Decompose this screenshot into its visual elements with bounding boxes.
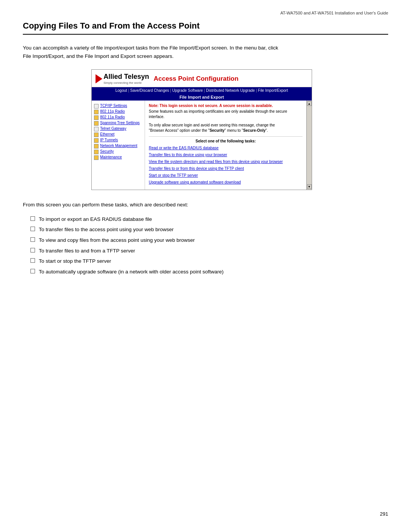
sc-body: TCP/IP Settings 802.11g Radio 802.11a Ra… bbox=[92, 101, 312, 190]
bullet-text-2: To transfer files to the access point us… bbox=[39, 225, 174, 234]
page-number: 291 bbox=[380, 511, 388, 517]
sidebar-item-iptunnels[interactable]: IP Tunnels bbox=[94, 138, 142, 143]
nav-upgrade-software[interactable]: Upgrade Software bbox=[172, 88, 203, 93]
sidebar-item-ethernet[interactable]: Ethernet bbox=[94, 132, 142, 137]
task-eas-radius[interactable]: Read or write the EAS RADIUS database bbox=[149, 145, 303, 150]
sidebar-item-spanning[interactable]: Spanning Tree Settings bbox=[94, 121, 142, 126]
list-item: To start or stop the TFTP server bbox=[30, 257, 388, 265]
sc-note: Note: This login session is not secure. … bbox=[149, 104, 303, 108]
scroll-down-btn[interactable]: ▼ bbox=[307, 184, 312, 189]
folder-icon bbox=[94, 150, 99, 154]
sidebar-link-maintenance[interactable]: Maintenance bbox=[100, 155, 122, 159]
bullet-text-6: To automatically upgrade software (in a … bbox=[39, 268, 223, 276]
bullet-icon bbox=[30, 227, 35, 231]
sidebar-link-ethernet[interactable]: Ethernet bbox=[100, 132, 115, 136]
doc-icon bbox=[94, 104, 99, 109]
screenshot-box: Allied Telesyn Simply connecting the wor… bbox=[91, 69, 312, 190]
list-item: To automatically upgrade software (in a … bbox=[30, 268, 388, 276]
body-text: From this screen you can perform these t… bbox=[23, 201, 388, 209]
screenshot-inner: Allied Telesyn Simply connecting the wor… bbox=[92, 70, 312, 190]
note-link[interactable]: A secure session is available. bbox=[219, 104, 273, 108]
bullet-text-5: To start or stop the TFTP server bbox=[39, 257, 111, 265]
task-upgrade-software[interactable]: Upgrade software using automated softwar… bbox=[149, 180, 303, 185]
header-text: AT-WA7500 and AT-WA7501 Installation and… bbox=[280, 11, 388, 15]
logo-tagline: Simply connecting the world bbox=[104, 81, 149, 85]
sc-scrollbar[interactable]: ▲ ▼ bbox=[306, 101, 312, 190]
bullet-icon bbox=[30, 216, 35, 221]
sidebar-item-tcpip[interactable]: TCP/IP Settings bbox=[94, 104, 142, 109]
sidebar-item-maintenance[interactable]: Maintenance bbox=[94, 155, 142, 160]
bullet-icon bbox=[30, 269, 35, 273]
sc-browser-note: To only allow secure login and avoid eve… bbox=[149, 123, 303, 133]
task-view-filesystem[interactable]: View the file system directory and read … bbox=[149, 159, 303, 164]
bullet-list: To import or export an EAS RADIUS databa… bbox=[23, 215, 388, 276]
task-transfer-tftp[interactable]: Transfer files to or from this device us… bbox=[149, 166, 303, 171]
sidebar-link-spanning[interactable]: Spanning Tree Settings bbox=[100, 121, 140, 125]
sc-task-header: Select one of the following tasks: bbox=[149, 139, 303, 143]
folder-icon bbox=[94, 144, 99, 149]
scroll-up-btn[interactable]: ▲ bbox=[307, 101, 312, 106]
list-item: To view and copy files from the access p… bbox=[30, 236, 388, 244]
nav-logout[interactable]: Logout bbox=[115, 88, 127, 93]
task-start-stop-tftp[interactable]: Start or stop the TFTP server bbox=[149, 173, 303, 178]
list-item: To import or export an EAS RADIUS databa… bbox=[30, 215, 388, 224]
logo-brand: Allied Telesyn Simply connecting the wor… bbox=[104, 73, 149, 85]
bullet-icon bbox=[30, 237, 35, 242]
bullet-text-4: To transfer files to and from a TFTP ser… bbox=[39, 247, 135, 255]
doc-icon bbox=[94, 127, 99, 131]
sidebar-item-security[interactable]: Security bbox=[94, 149, 142, 154]
sidebar-item-netmgmt[interactable]: Network Management bbox=[94, 144, 142, 149]
note-text: Note: This login session is not secure. bbox=[149, 104, 218, 108]
bullet-icon bbox=[30, 248, 35, 252]
folder-icon bbox=[94, 110, 99, 114]
folder-icon bbox=[94, 133, 99, 137]
sidebar-item-80211g[interactable]: 802.11g Radio bbox=[94, 109, 142, 114]
sidebar-item-telnet[interactable]: Telnet Gateway bbox=[94, 126, 142, 131]
page-title: Copying Files To and From the Access Poi… bbox=[23, 21, 388, 35]
list-item: To transfer files to the access point us… bbox=[30, 225, 388, 234]
sc-sidebar: TCP/IP Settings 802.11g Radio 802.11a Ra… bbox=[92, 101, 145, 190]
logo-brand-text: Allied Telesyn bbox=[104, 73, 149, 80]
folder-icon bbox=[94, 138, 99, 143]
at-header: Allied Telesyn Simply connecting the wor… bbox=[92, 70, 312, 87]
sc-main: Note: This login session is not secure. … bbox=[145, 101, 306, 190]
sc-note-body: Some features such as importing certific… bbox=[149, 109, 303, 120]
main-content: Copying Files To and From the Access Poi… bbox=[0, 0, 411, 305]
screenshot-title: Access Point Configuration bbox=[154, 75, 239, 83]
intro-text: You can accomplish a variety of file imp… bbox=[23, 44, 282, 60]
sc-divider bbox=[149, 136, 303, 137]
sidebar-item-80211a[interactable]: 802.11a Radio bbox=[94, 115, 142, 120]
sidebar-link-80211a[interactable]: 802.11a Radio bbox=[100, 115, 125, 119]
folder-icon bbox=[94, 115, 99, 120]
at-logo: Allied Telesyn Simply connecting the wor… bbox=[96, 73, 149, 85]
sidebar-link-tcpip[interactable]: TCP/IP Settings bbox=[100, 104, 127, 108]
sidebar-link-netmgmt[interactable]: Network Management bbox=[100, 144, 137, 148]
task-transfer-browser[interactable]: Transfer files to this device using your… bbox=[149, 152, 303, 157]
nav-bar-title: File Import and Export bbox=[92, 94, 312, 101]
list-item: To transfer files to and from a TFTP ser… bbox=[30, 247, 388, 255]
sc-task-list: Read or write the EAS RADIUS database Tr… bbox=[149, 145, 303, 185]
bullet-text-3: To view and copy files from the access p… bbox=[39, 236, 195, 244]
sidebar-link-telnet[interactable]: Telnet Gateway bbox=[100, 126, 126, 131]
sidebar-link-iptunnels[interactable]: IP Tunnels bbox=[100, 138, 118, 142]
sidebar-link-security[interactable]: Security bbox=[100, 149, 114, 153]
folder-icon bbox=[94, 155, 99, 160]
folder-icon bbox=[94, 121, 99, 126]
nav-bar: Logout | Save/Discard Changes | Upgrade … bbox=[92, 87, 312, 94]
nav-file-import[interactable]: File Import/Export bbox=[258, 88, 288, 93]
nav-save[interactable]: Save/Discard Changes bbox=[130, 88, 169, 93]
nav-distributed[interactable]: Distributed Network Upgrade bbox=[206, 88, 255, 93]
page-header: AT-WA7500 and AT-WA7501 Installation and… bbox=[280, 11, 388, 15]
logo-triangle-icon bbox=[96, 74, 102, 83]
sidebar-link-80211g[interactable]: 802.11g Radio bbox=[100, 109, 125, 113]
bullet-icon bbox=[30, 258, 35, 263]
bullet-text-1: To import or export an EAS RADIUS databa… bbox=[39, 215, 152, 224]
